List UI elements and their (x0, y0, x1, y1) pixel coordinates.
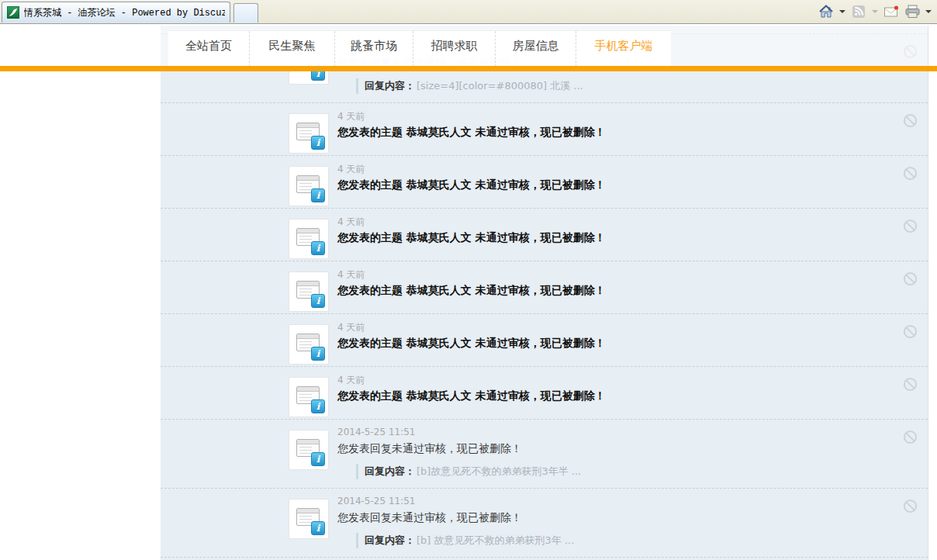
notification-time: 4 天前 (337, 110, 365, 123)
info-badge-icon: i (311, 136, 325, 150)
nav-tab-6[interactable]: 手机客户端 (576, 31, 671, 67)
info-badge-icon: i (311, 294, 325, 308)
ignore-block-icon[interactable] (903, 113, 918, 128)
notification-item: i4 天前您发表的主题 恭城莫氏人文 未通过审核，现已被删除！ (161, 103, 928, 156)
notice-document-icon: i (289, 166, 329, 206)
nav-tab-4[interactable]: 招聘求职 (413, 31, 496, 67)
reply-quote-text: [b]故意见死不救的弟弟获刑3年半 ... (417, 465, 581, 477)
new-tab-button[interactable] (233, 3, 258, 22)
notice-document-icon: i (289, 113, 329, 154)
site-favicon-icon (7, 6, 19, 19)
notification-message: 您发表回复未通过审核，现已被删除！ (337, 442, 522, 456)
nav-tab-1[interactable]: 全站首页 (168, 31, 250, 67)
notice-document-icon: i (289, 377, 329, 417)
ignore-block-icon[interactable] (903, 166, 918, 181)
ignore-block-icon[interactable] (903, 377, 918, 392)
notification-time: 4 天前 (337, 163, 365, 176)
notification-time: 4 天前 (337, 268, 365, 282)
reply-quote-text: [size=4][color=#800080] 北溪 ... (417, 80, 583, 92)
notification-item: i4 天前您发表的主题 恭城莫氏人文 未通过审核，现已被删除！ (161, 314, 928, 367)
header-accent-bar (0, 66, 937, 71)
home-dropdown-caret[interactable] (839, 10, 845, 13)
reply-quote-label: 回复内容： (365, 465, 415, 477)
notice-document-icon: i (289, 271, 329, 312)
reply-quote-text: [b] 故意见死不救的弟弟获刑3年 ... (417, 534, 574, 546)
notification-message: 您发表的主题 恭城莫氏人文 未通过审核，现已被删除！ (337, 284, 606, 298)
ignore-block-icon[interactable] (903, 499, 918, 513)
notification-item: i4 天前您发表的主题 恭城莫氏人文 未通过审核，现已被删除！ (161, 261, 928, 314)
info-badge-icon: i (311, 521, 325, 535)
notification-item: i2014-5-25 11:51您发表回复未通过审核，现已被删除！回复内容：[b… (161, 489, 928, 558)
printer-icon[interactable] (904, 2, 921, 21)
info-badge-icon: i (311, 399, 325, 413)
notification-message: 您发表的主题 恭城莫氏人文 未通过审核，现已被删除！ (337, 126, 606, 140)
reply-quote: 回复内容：[b] 故意见死不救的弟弟获刑3年 ... (356, 533, 574, 548)
notification-time: 4 天前 (337, 216, 365, 229)
info-badge-icon: i (311, 241, 325, 255)
mail-icon[interactable] (883, 2, 900, 21)
notice-document-icon: i (289, 324, 329, 365)
notification-message: 您发表回复未通过审核，现已被删除！ (337, 511, 522, 525)
browser-tab-title: 情系茶城 - 油茶论坛 - Powered by Discuz! (24, 6, 225, 19)
ignore-block-icon[interactable] (903, 430, 918, 444)
nav-tab-5[interactable]: 房屋信息 (496, 31, 576, 67)
info-badge-icon: i (311, 347, 325, 361)
notification-panel: i4 天前您发表回复未通过审核，现已被删除！回复内容：[size=4][colo… (161, 26, 928, 560)
notification-item: i4 天前您发表的主题 恭城莫氏人文 未通过审核，现已被删除！ (161, 209, 928, 261)
notification-item: i4 天前您发表的主题 恭城莫氏人文 未通过审核，现已被删除！ (161, 367, 928, 420)
forum-page: i4 天前您发表回复未通过审核，现已被删除！回复内容：[size=4][colo… (0, 24, 937, 560)
notification-message: 您发表的主题 恭城莫氏人文 未通过审核，现已被删除！ (337, 178, 606, 192)
browser-tab[interactable]: 情系茶城 - 油茶论坛 - Powered by Discuz! (2, 2, 230, 22)
reply-quote-label: 回复内容： (365, 80, 415, 92)
rss-feed-icon[interactable] (850, 2, 867, 21)
nav-tab-3[interactable]: 跳蚤市场 (335, 31, 413, 67)
notification-list: i4 天前您发表回复未通过审核，现已被删除！回复内容：[size=4][colo… (161, 33, 928, 558)
notification-item: i2014-5-25 11:51您发表回复未通过审核，现已被删除！回复内容：[b… (161, 420, 928, 489)
notice-document-icon: i (289, 499, 329, 539)
printer-dropdown-caret[interactable] (925, 10, 932, 13)
browser-window: 情系茶城 - 油茶论坛 - Powered by Discuz! (0, 0, 937, 560)
notification-time: 2014-5-25 11:51 (337, 427, 416, 437)
reply-quote: 回复内容：[size=4][color=#800080] 北溪 ... (356, 78, 583, 94)
notification-time: 4 天前 (337, 374, 365, 387)
notification-message: 您发表的主题 恭城莫氏人文 未通过审核，现已被删除！ (337, 337, 606, 351)
main-nav: 全站首页民生聚焦跳蚤市场招聘求职房屋信息手机客户端 (168, 30, 671, 67)
rss-dropdown-caret[interactable] (872, 10, 878, 13)
notification-item: i4 天前您发表的主题 恭城莫氏人文 未通过审核，现已被删除！ (161, 156, 928, 209)
ignore-block-icon[interactable] (903, 324, 918, 339)
notification-message: 您发表的主题 恭城莫氏人文 未通过审核，现已被删除！ (337, 231, 606, 245)
browser-command-bar (818, 0, 932, 23)
info-badge-icon: i (311, 452, 325, 466)
notification-time: 4 天前 (337, 321, 365, 334)
reply-quote: 回复内容：[b]故意见死不救的弟弟获刑3年半 ... (356, 464, 581, 479)
ignore-block-icon[interactable] (903, 271, 918, 286)
browser-chrome: 情系茶城 - 油茶论坛 - Powered by Discuz! (0, 0, 937, 24)
reply-quote-label: 回复内容： (365, 534, 415, 546)
home-icon[interactable] (818, 2, 835, 21)
notice-document-icon: i (289, 430, 329, 470)
ignore-block-icon[interactable] (903, 219, 918, 233)
info-badge-icon: i (311, 188, 325, 202)
nav-tab-2[interactable]: 民生聚焦 (250, 31, 335, 67)
notification-message: 您发表的主题 恭城莫氏人文 未通过审核，现已被删除！ (337, 389, 606, 403)
notice-document-icon: i (289, 219, 329, 259)
notification-time: 2014-5-25 11:51 (337, 496, 416, 506)
